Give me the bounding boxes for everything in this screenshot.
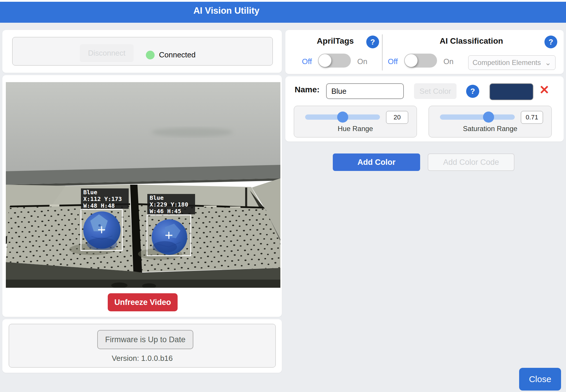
hue-range-box: 20 Hue Range xyxy=(294,106,417,137)
unfreeze-video-button[interactable]: Unfreeze Video xyxy=(108,293,178,311)
ai-classification-toggle[interactable] xyxy=(404,54,437,68)
camera-feed: Blue X:112 Y:173 W:48 H:48 Blue X:229 Y:… xyxy=(6,82,280,288)
wall-background xyxy=(6,82,280,178)
ai-classification-on-label: On xyxy=(443,57,454,66)
wall-notch xyxy=(245,188,247,208)
apriltags-toggle[interactable] xyxy=(318,54,351,68)
hue-range-label: Hue Range xyxy=(294,125,417,133)
add-color-button[interactable]: Add Color xyxy=(333,153,420,171)
firmware-version-label: Version: 1.0.0.b16 xyxy=(9,354,275,363)
detection-label-size: W:46 H:45 xyxy=(150,208,181,215)
firmware-status-box: Firmware is Up to Date Version: 1.0.0.b1… xyxy=(9,324,276,368)
saturation-range-thumb[interactable] xyxy=(483,112,494,123)
wall-smudge xyxy=(151,128,233,137)
saturation-range-label: Saturation Range xyxy=(429,125,551,133)
apriltags-title: AprilTags xyxy=(317,36,354,46)
toggle-knob xyxy=(319,54,331,67)
set-color-button[interactable]: Set Color xyxy=(414,83,457,99)
hue-range-value: 20 xyxy=(386,111,408,124)
connected-status-icon xyxy=(146,51,155,59)
apriltags-off-label: Off xyxy=(302,57,312,66)
color-name-input[interactable] xyxy=(326,83,404,99)
video-card: Blue X:112 Y:173 W:48 H:48 Blue X:229 Y:… xyxy=(2,75,282,317)
connection-status-label: Connected xyxy=(159,50,196,59)
firmware-card: Firmware is Up to Date Version: 1.0.0.b1… xyxy=(2,319,282,373)
detection-label-size: W:48 H:48 xyxy=(83,202,115,209)
detection-label-name: Blue xyxy=(83,189,97,196)
color-swatch[interactable] xyxy=(489,83,533,100)
remove-color-icon[interactable]: ✕ xyxy=(539,84,549,96)
hue-range-thumb[interactable] xyxy=(337,112,348,123)
ball-shade xyxy=(153,241,177,253)
hue-range-track[interactable] xyxy=(305,114,380,120)
detection-label-position: X:112 Y:173 xyxy=(83,195,122,202)
page-title: AI Vision Utility xyxy=(193,6,259,16)
title-bar: AI Vision Utility xyxy=(0,2,566,23)
toggle-knob xyxy=(405,54,418,67)
firmware-status-button[interactable]: Firmware is Up to Date xyxy=(97,330,193,349)
add-color-code-button[interactable]: Add Color Code xyxy=(428,153,514,171)
color-help-icon[interactable]: ? xyxy=(466,85,479,98)
color-name-label: Name: xyxy=(295,85,320,94)
detection-label-position: X:229 Y:180 xyxy=(150,201,188,208)
saturation-range-track[interactable] xyxy=(440,114,515,120)
model-select-dropdown[interactable]: Competition Elements ⌄ xyxy=(468,55,556,70)
apriltags-help-icon[interactable]: ? xyxy=(366,36,379,48)
connection-card: Disconnect Connected xyxy=(2,30,282,73)
detection-label-name: Blue xyxy=(150,194,164,201)
model-select-value: Competition Elements xyxy=(473,59,541,67)
ai-classification-title: AI Classification xyxy=(440,36,503,46)
apriltags-on-label: On xyxy=(357,57,367,66)
saturation-range-box: 0.71 Saturation Range xyxy=(429,106,552,137)
close-button[interactable]: Close xyxy=(519,368,561,391)
chevron-down-icon: ⌄ xyxy=(545,60,551,66)
ai-classification-off-label: Off xyxy=(388,57,398,66)
ai-vision-utility-window: AI Vision Utility Disconnect Connected xyxy=(0,0,566,392)
detection-mode-card: AprilTags ? Off On AI Classification ? O… xyxy=(285,30,564,74)
divider xyxy=(382,34,383,70)
ball-facet-dot xyxy=(98,224,101,227)
disconnect-button[interactable]: Disconnect xyxy=(80,44,134,62)
color-editor-card: Name: Set Color ? ✕ 20 Hue Range 0.71 Sa… xyxy=(285,76,564,142)
saturation-range-value: 0.71 xyxy=(521,111,543,124)
ai-classification-help-icon[interactable]: ? xyxy=(544,36,557,48)
connection-status-box: Disconnect Connected xyxy=(12,37,273,66)
